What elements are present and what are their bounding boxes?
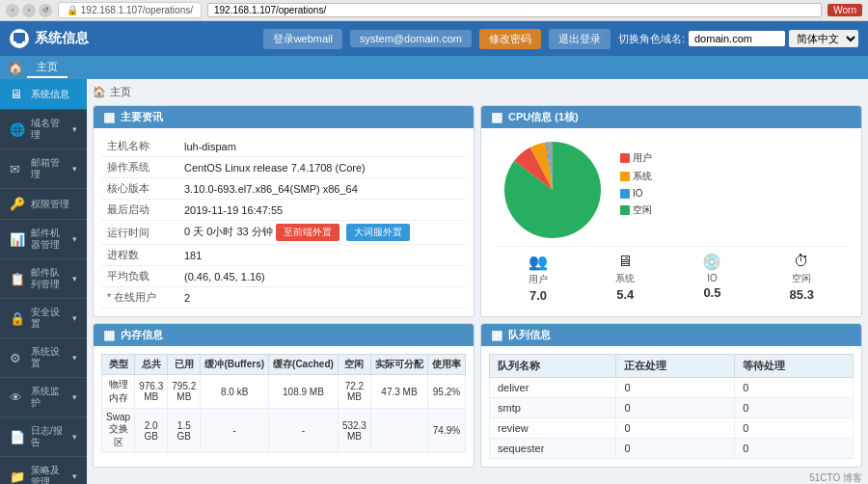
value-hostname: luh-dispam [178,136,466,157]
sidebar-label-1: 域名管理 [31,118,67,141]
syssettings-icon: ⚙ [10,351,25,365]
col-type: 类型 [102,355,135,375]
sidebar-item-domain[interactable]: 🌐 域名管理 ▾ [0,110,87,149]
value-online: 2 [178,287,466,309]
arrow-icon-7: ▾ [72,353,77,363]
value-lastboot: 2019-11-19 16:47:55 [178,200,466,221]
tab-address: 192.168.1.107/operations/ [81,5,193,15]
frontend-btn[interactable]: 至前端外置 [276,224,339,241]
cpu-stat-idle: ⏱ 空闲 85.3 [790,253,814,303]
back-btn[interactable]: ‹ [6,4,19,17]
table-row: Swap交换区 2.0 GB 1.5 GB - - 532.3 MB 74.9% [102,409,466,453]
refresh-btn[interactable]: ↺ [39,4,52,17]
worn-badge: Worn [827,4,862,16]
memory-icon: ▦ [103,328,115,342]
sidebar-item-auth[interactable]: 🔑 权限管理 [0,189,87,220]
col-waiting: 等待处理 [735,355,854,378]
io-stat-label: IO [707,273,718,283]
sidebar-item-queue[interactable]: 📋 邮件队列管理 ▾ [0,259,87,299]
system-stat-icon: 🖥 [617,253,633,270]
mem-avail-0: 47.3 MB [370,375,427,409]
sidebar-item-mailmgr[interactable]: 📊 邮件机器管理 ▾ [0,220,87,259]
queue-info-title: 队列信息 [508,328,551,342]
table-row: 主机名称 luh-dispam [101,136,466,157]
tab-home[interactable]: 主页 [27,58,68,78]
sidebar-item-monitor[interactable]: 👁 系统监护 ▾ [0,378,87,417]
system-stat-label: 系统 [615,272,635,285]
q-name-2: review [490,418,616,439]
sidebar-item-mailbox[interactable]: ✉ 邮箱管理 ▾ [0,149,87,189]
mem-type-0: 物理内存 [102,375,135,409]
col-qname: 队列名称 [490,355,616,378]
logout-btn[interactable]: 退出登录 [549,29,610,49]
arrow-icon-2: ▾ [72,164,77,174]
idle-stat-icon: ⏱ [794,253,809,270]
label-hostname: 主机名称 [101,136,178,157]
q-name-0: deliver [490,378,616,398]
login-webmail-btn[interactable]: 登录webmail [263,29,342,49]
logo-icon [10,29,29,48]
browser-bar: ‹ › ↺ 🔒 192.168.1.107/operations/ Worn [0,0,868,21]
sidebar-item-security[interactable]: 🔒 安全设置 ▾ [0,299,87,338]
queue-table: 队列名称 正在处理 等待处理 deliver 0 0 [489,354,854,459]
settings-btn[interactable]: 修改密码 [479,29,541,49]
mem-cached-1: - [269,409,339,453]
col-rate: 使用率 [427,355,465,375]
q-wait-2: 0 [735,418,854,439]
main-info-title: 主要资讯 [121,110,163,124]
cpu-stat-system: 🖥 系统 5.4 [615,253,635,303]
legend-user-label: 用户 [633,151,652,165]
breadcrumb: 🏠 主页 [93,85,862,99]
table-row: 运行时间 0 天 0小时 33 分钟 至前端外置 大词服外置 [101,221,466,245]
table-row: review 0 0 [490,418,854,439]
account-btn[interactable]: system@domain.com [350,30,472,47]
mem-used-0: 795.2 MB [168,375,201,409]
queue-card-icon: ▦ [491,328,502,342]
sidebar-item-logs[interactable]: 📄 日志/报告 ▾ [0,417,87,457]
memory-info-title: 内存信息 [121,328,163,342]
q-wait-3: 0 [735,439,854,459]
domain-icon: 🌐 [10,122,25,137]
legend-system-label: 系统 [633,170,652,183]
home-icon: 🏠 [8,61,23,75]
sidebar-label-4: 邮件机器管理 [31,228,67,251]
arrow-icon-8: ▾ [72,392,77,402]
cpu-chart-container: 用户 系统 IO [489,136,854,309]
col-cached: 缓存(Cached) [269,355,339,375]
forward-btn[interactable]: › [22,4,36,17]
sidebar-item-sysinfo[interactable]: 🖥 系统信息 [0,79,87,110]
mem-free-0: 72.2 MB [338,375,370,409]
main-info-body: 主机名称 luh-dispam 操作系统 CentOS Linux releas… [94,128,474,316]
sidebar-item-policy[interactable]: 📁 策略及管理 ▾ [0,457,87,484]
idle-color [620,205,630,215]
label-procs: 进程数 [101,245,178,266]
cpu-stats-bar: 👥 用户 7.0 🖥 系统 5.4 💿 IO [495,246,848,303]
mailbox-icon: ✉ [10,162,25,176]
language-select[interactable]: 简体中文 [789,30,858,47]
legend-io-label: IO [633,188,643,199]
table-row: 核心版本 3.10.0-693.el7.x86_64(SMP) x86_64 [101,178,466,200]
arrow-icon-4: ▾ [72,234,77,244]
logs-icon: 📄 [10,430,25,444]
browser-tab[interactable]: 🔒 192.168.1.107/operations/ [58,2,202,18]
arrow-icon-1: ▾ [72,124,77,134]
legend-system: 系统 [620,170,652,183]
table-row: 物理内存 976.3 MB 795.2 MB 8.0 kB 108.9 MB 7… [102,375,466,409]
sidebar-item-syssettings[interactable]: ⚙ 系统设置 ▾ [0,338,87,378]
table-row: 进程数 181 [101,245,466,266]
mem-type-1: Swap交换区 [102,409,135,453]
sidebar-label-5: 邮件队列管理 [31,267,67,290]
mem-rate-0: 95.2% [427,375,465,409]
monitor-icon: 👁 [10,390,25,405]
svg-rect-0 [14,33,25,41]
mem-rate-1: 74.9% [427,409,465,453]
queue-info-card: ▦ 队列信息 队列名称 正在处理 等待处理 [480,323,862,468]
mailmgr-icon: 📊 [10,232,25,247]
sidebar-label-9: 日志/报告 [31,425,67,448]
col-avail: 实际可分配 [370,355,427,375]
sidebar-label-7: 系统设置 [31,346,67,369]
cpu-info-header: ▦ CPU信息 (1核) [481,106,861,128]
backend-btn[interactable]: 大词服外置 [346,224,410,241]
domain-input[interactable] [689,31,785,46]
address-bar-input[interactable] [207,3,822,17]
